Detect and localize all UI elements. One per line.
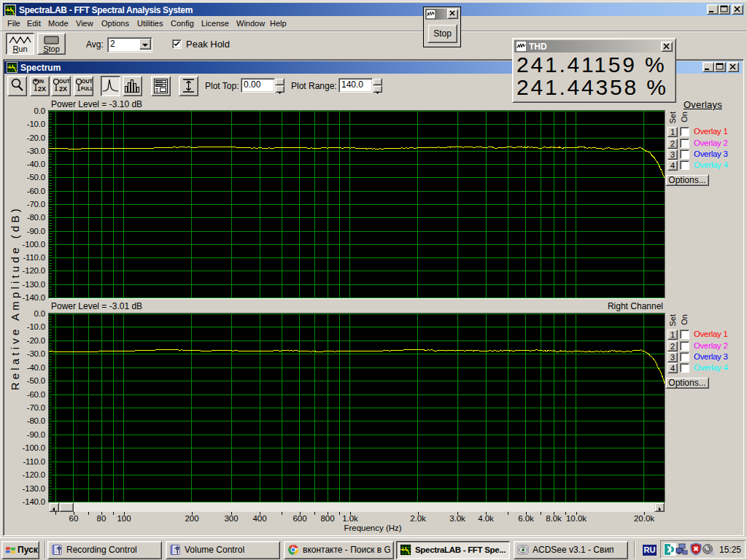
- svg-text:IN: IN: [39, 79, 44, 84]
- svg-text:OUT: OUT: [59, 79, 70, 84]
- svg-text:2X: 2X: [59, 85, 67, 93]
- svg-text:FULL: FULL: [81, 86, 93, 91]
- svg-text:2X: 2X: [38, 85, 46, 93]
- svg-text:OUT: OUT: [82, 79, 93, 84]
